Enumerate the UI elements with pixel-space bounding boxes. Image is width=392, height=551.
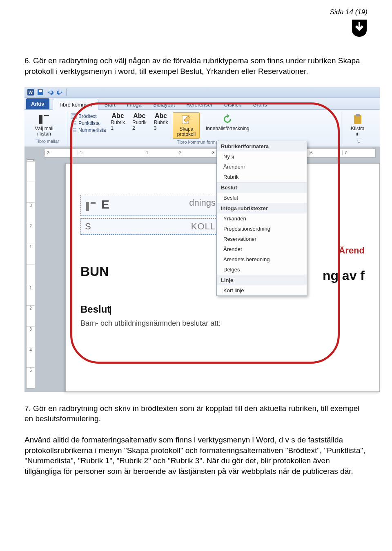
dd-header-rubriker: Rubriker/formatera (217, 141, 307, 151)
tab-utskick[interactable]: Utskick (218, 99, 247, 109)
doc-arend-fragment: Ärend (339, 245, 365, 256)
tab-file[interactable]: Arkiv (26, 98, 49, 109)
skapa-protokoll-icon (180, 114, 192, 125)
shield-logo-icon (351, 19, 368, 38)
tab-sidlayout[interactable]: Sidlayout (147, 99, 180, 109)
dd-item-beslut[interactable]: Beslut (217, 193, 307, 203)
ribbon-tabs: Arkiv Tibro kommun Start Infoga Sidlayou… (24, 98, 380, 110)
svg-rect-5 (44, 115, 49, 116)
dd-item-arendenr[interactable]: Ärendenr (217, 162, 307, 172)
doc-bun: BUN (80, 264, 109, 279)
dd-item-ny[interactable]: Ny § (217, 151, 307, 162)
paste-icon (352, 113, 363, 125)
dd-item-arendets-beredning[interactable]: Ärendets beredning (217, 254, 307, 264)
innehallsforteckning-button[interactable]: Innehållsförteckning (202, 112, 253, 132)
paragraph-tip: Använd alltid de formateringsalternativ … (24, 435, 368, 477)
redo-icon[interactable] (56, 89, 64, 96)
dd-item-reservationer[interactable]: Reservationer (217, 234, 307, 244)
svg-rect-15 (356, 114, 360, 116)
quick-access-toolbar: W (24, 87, 380, 98)
dd-item-rubrik[interactable]: Rubrik (217, 172, 307, 182)
word-screenshot: W Arkiv Tibro kommun Start Infoga Sidlay… (24, 87, 380, 391)
svg-text:W: W (29, 90, 33, 95)
dd-header-linje: Linje (217, 275, 307, 285)
template-icon (38, 114, 50, 124)
doc-koll-fragment: KOLL (191, 221, 216, 232)
refresh-icon (222, 114, 233, 124)
doc-dnings-fragment: dnings (189, 198, 216, 208)
tab-referenser[interactable]: Referenser (180, 99, 218, 109)
doc-barn-line: Barn- och utbildningsnämnden beslutar at… (80, 319, 365, 328)
dashed-box-1: E dnings (80, 195, 220, 216)
save-icon[interactable] (37, 89, 44, 96)
paragraph-6: 6. Gör en radbrytning och välj någon av … (24, 56, 368, 76)
rubrik1-button[interactable]: AbcRubrik 1 (108, 112, 127, 131)
dd-header-beslut: Beslut (217, 182, 307, 193)
svg-rect-4 (39, 115, 42, 124)
dashed-box-2: S KOLL (80, 218, 220, 235)
dd-item-delges[interactable]: Delges (217, 264, 307, 275)
doc-beslut-heading: Beslut (80, 304, 365, 315)
qat-separator (66, 89, 67, 96)
svg-point-9 (71, 124, 72, 125)
ruler-horizontal: ·2··1··1··2··3··4··5·6·7· (44, 149, 376, 158)
brodtext-button[interactable]: Brödtext (71, 113, 106, 119)
svg-text:3: 3 (71, 131, 72, 133)
template-glyph-icon (85, 201, 97, 213)
doc-ngav-fragment: ng av f (323, 268, 365, 283)
valj-mall-button[interactable]: Välj mall i listan (31, 112, 57, 138)
group-mallar-title: Tibro mallar (31, 138, 64, 145)
dd-item-kort-linje[interactable]: Kort linje (217, 285, 307, 295)
svg-rect-3 (39, 90, 42, 92)
svg-rect-14 (354, 115, 361, 124)
nummerlista-button[interactable]: 123Nummerlista (71, 127, 106, 133)
group-u-title: U (345, 138, 373, 145)
klistra-in-button[interactable]: Klistra in (345, 112, 371, 138)
rubrik3-button[interactable]: AbcRubrik 3 (151, 112, 171, 131)
format-stack: Brödtext Punktlista 123Nummerlista (71, 112, 106, 133)
rubrik2-button[interactable]: AbcRubrik 2 (130, 112, 149, 131)
dd-item-arendet[interactable]: Ärendet (217, 244, 307, 254)
svg-point-7 (71, 121, 72, 122)
group-tibro-mallar: Välj mall i listan Tibro mallar (28, 111, 67, 146)
word-app-icon: W (27, 89, 34, 96)
dd-header-infoga: Infoga rubriktexter (217, 203, 307, 213)
group-klistra: Klistra in U (341, 111, 376, 146)
document-area: L ·2··1··1··2··3··4··5·6·7· 32112345 E d… (24, 147, 380, 392)
svg-rect-17 (91, 202, 96, 204)
tab-tibro-kommun[interactable]: Tibro kommun (53, 99, 99, 110)
svg-rect-16 (86, 202, 89, 211)
skapa-protokoll-dropdown: Rubriker/formatera Ny § Ärendenr Rubrik … (216, 141, 307, 296)
tab-infoga[interactable]: Infoga (121, 99, 147, 109)
tab-start[interactable]: Start (98, 99, 121, 109)
punktlista-button[interactable]: Punktlista (71, 120, 106, 126)
svg-point-8 (71, 123, 72, 124)
undo-icon[interactable] (47, 89, 54, 96)
ribbon-body: Välj mall i listan Tibro mallar Brödtext… (24, 110, 380, 147)
paragraph-7: 7. Gör en radbrytning och skriv in brödt… (24, 403, 368, 424)
ruler-vertical: 32112345 (26, 161, 35, 389)
dd-item-yrkanden[interactable]: Yrkanden (217, 213, 307, 224)
logo-container (24, 19, 368, 39)
tab-granska[interactable]: Grans (247, 99, 272, 109)
dd-item-propositionsordning[interactable]: Propositionsordning (217, 224, 307, 234)
skapa-protokoll-button[interactable]: Skapa protokoll (173, 112, 200, 138)
page-number: Sida 14 (19) (24, 8, 368, 16)
